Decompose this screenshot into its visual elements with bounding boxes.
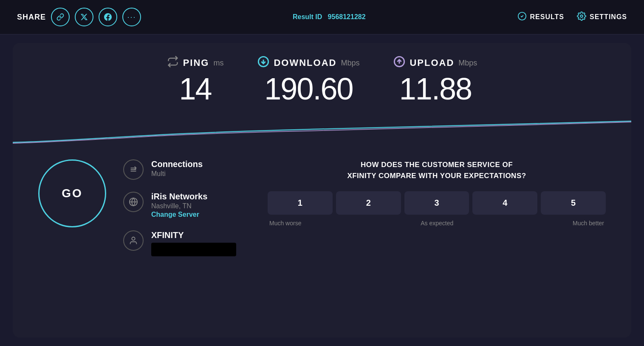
- survey-labels: Much worse As expected Much better: [268, 220, 606, 227]
- topbar: SHARE ··· Result ID 9568121282: [0, 0, 644, 34]
- survey-section: HOW DOES THE CUSTOMER SERVICE OFXFINITY …: [259, 159, 606, 227]
- main-panel: PING ms 14 DOWNLOAD Mbps 190.60: [13, 43, 631, 337]
- share-section: SHARE ···: [17, 8, 141, 26]
- download-stat: DOWNLOAD Mbps 190.60: [257, 56, 359, 104]
- link-share-button[interactable]: [51, 8, 70, 26]
- ping-stat: PING ms 14: [167, 56, 224, 104]
- results-label: RESULTS: [530, 13, 564, 21]
- result-id-section: Result ID 9568121282: [293, 13, 366, 21]
- right-nav: RESULTS SETTINGS: [517, 11, 627, 23]
- upload-stat: UPLOAD Mbps 11.88: [393, 56, 477, 104]
- isp-row: iRis Networks Nashville, TN Change Serve…: [123, 192, 242, 218]
- svg-point-1: [580, 15, 583, 17]
- provider-label: XFINITY: [151, 230, 236, 240]
- download-value: 190.60: [257, 74, 359, 104]
- survey-option-2[interactable]: 2: [336, 191, 401, 215]
- results-icon: [517, 11, 527, 23]
- ping-label: PING: [183, 57, 209, 68]
- go-button[interactable]: GO: [38, 159, 106, 227]
- result-id-value: 9568121282: [328, 13, 366, 20]
- isp-label: iRis Networks: [151, 192, 207, 201]
- connections-icon: [123, 159, 144, 180]
- facebook-share-button[interactable]: [99, 8, 117, 26]
- upload-icon: [393, 56, 405, 70]
- download-icon: [257, 56, 269, 70]
- info-section: Connections Multi iRis Networks Nashvill…: [123, 159, 242, 268]
- upload-label: UPLOAD: [410, 57, 454, 68]
- survey-option-4[interactable]: 4: [472, 191, 537, 215]
- survey-question-text: HOW DOES THE CUSTOMER SERVICE OFXFINITY …: [347, 161, 526, 180]
- more-share-button[interactable]: ···: [122, 8, 141, 26]
- upload-unit: Mbps: [458, 59, 477, 68]
- result-id-label: Result ID: [293, 13, 322, 20]
- settings-button[interactable]: SETTINGS: [577, 11, 627, 23]
- ping-unit: ms: [213, 59, 223, 68]
- provider-text: XFINITY: [151, 230, 236, 256]
- ping-icon: [167, 56, 179, 70]
- download-label: DOWNLOAD: [274, 57, 336, 68]
- survey-label-left: Much worse: [269, 220, 301, 227]
- wave-chart: [13, 113, 631, 147]
- results-button[interactable]: RESULTS: [517, 11, 564, 23]
- share-label: SHARE: [17, 13, 46, 22]
- isp-text: iRis Networks Nashville, TN Change Serve…: [151, 192, 207, 218]
- survey-options: 1 2 3 4 5: [268, 191, 606, 215]
- survey-option-3[interactable]: 3: [404, 191, 469, 215]
- survey-option-1[interactable]: 1: [268, 191, 333, 215]
- svg-point-11: [132, 237, 135, 240]
- upload-value: 11.88: [393, 74, 477, 104]
- survey-label-right: Much better: [573, 220, 604, 227]
- connections-text: Connections Multi: [151, 159, 203, 179]
- connections-row: Connections Multi: [123, 159, 242, 180]
- provider-redacted: [151, 243, 236, 256]
- download-unit: Mbps: [341, 59, 359, 68]
- provider-row: XFINITY: [123, 230, 242, 256]
- settings-icon: [577, 11, 586, 23]
- provider-icon: [123, 230, 144, 251]
- go-label: GO: [62, 187, 83, 200]
- go-button-wrap: GO: [38, 159, 106, 227]
- survey-option-5[interactable]: 5: [541, 191, 606, 215]
- ping-value: 14: [167, 74, 224, 104]
- change-server-link[interactable]: Change Server: [151, 211, 207, 218]
- connections-value: Multi: [151, 170, 203, 178]
- isp-location: Nashville, TN: [151, 202, 207, 210]
- settings-label: SETTINGS: [590, 13, 627, 21]
- survey-question: HOW DOES THE CUSTOMER SERVICE OFXFINITY …: [268, 159, 606, 181]
- survey-label-middle: As expected: [421, 220, 453, 227]
- bottom-section: GO Connections Multi: [13, 147, 631, 281]
- isp-icon: [123, 192, 144, 212]
- twitter-share-button[interactable]: [75, 8, 93, 26]
- stats-row: PING ms 14 DOWNLOAD Mbps 190.60: [13, 43, 631, 113]
- connections-label: Connections: [151, 159, 203, 169]
